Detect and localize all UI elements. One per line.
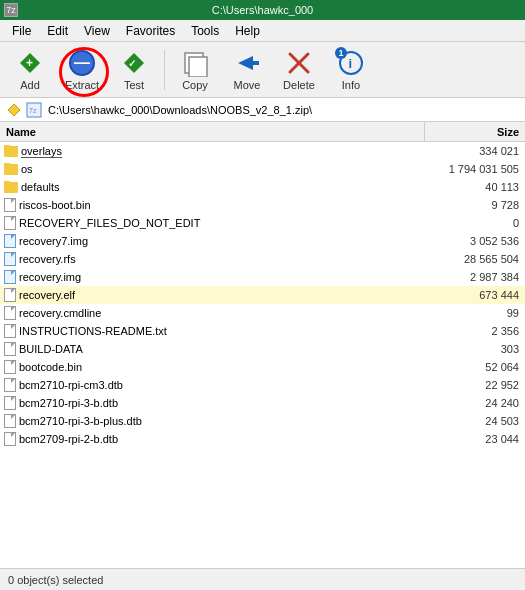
file-name-cell: INSTRUCTIONS-README.txt	[0, 324, 425, 338]
table-row[interactable]: bootcode.bin52 064	[0, 358, 525, 376]
toolbar-btn-info[interactable]: i 1Info	[327, 46, 375, 94]
file-name: riscos-boot.bin	[19, 199, 91, 211]
svg-rect-5	[189, 57, 207, 77]
column-name[interactable]: Name	[0, 122, 425, 141]
table-row[interactable]: overlays334 021	[0, 142, 525, 160]
address-bar: 7z C:\Users\hawkc_000\Downloads\NOOBS_v2…	[0, 98, 525, 122]
table-row[interactable]: recovery.rfs28 565 504	[0, 250, 525, 268]
file-name-cell: bcm2710-rpi-cm3.dtb	[0, 378, 425, 392]
file-icon	[4, 306, 16, 320]
info-label: Info	[342, 79, 360, 91]
menu-item-help[interactable]: Help	[227, 22, 268, 40]
info-badge: 1	[335, 47, 347, 59]
table-row[interactable]: os1 794 031 505	[0, 160, 525, 178]
file-name-cell: RECOVERY_FILES_DO_NOT_EDIT	[0, 216, 425, 230]
file-size: 24 240	[425, 397, 525, 409]
file-size: 0	[425, 217, 525, 229]
svg-text:+: +	[26, 56, 33, 70]
menu-item-file[interactable]: File	[4, 22, 39, 40]
status-bar: 0 object(s) selected	[0, 568, 525, 590]
file-name-cell: recovery.cmdline	[0, 306, 425, 320]
add-label: Add	[20, 79, 40, 91]
file-name-cell: recovery.img	[0, 270, 425, 284]
extract-icon: —	[68, 49, 96, 77]
info-icon: i 1	[337, 49, 365, 77]
file-name: RECOVERY_FILES_DO_NOT_EDIT	[19, 217, 200, 229]
menu-item-edit[interactable]: Edit	[39, 22, 76, 40]
table-row[interactable]: recovery7.img3 052 536	[0, 232, 525, 250]
copy-icon	[181, 49, 209, 77]
move-icon	[233, 49, 261, 77]
extract-label: Extract	[65, 79, 99, 91]
toolbar-btn-extract[interactable]: —Extract	[58, 46, 106, 94]
file-icon	[4, 288, 16, 302]
file-size: 40 113	[425, 181, 525, 193]
title-path: C:\Users\hawkc_000	[212, 4, 314, 16]
menu-item-view[interactable]: View	[76, 22, 118, 40]
file-name-cell: bcm2709-rpi-2-b.dtb	[0, 432, 425, 446]
file-name-cell: recovery7.img	[0, 234, 425, 248]
file-name: recovery.img	[19, 271, 81, 283]
svg-text:i: i	[349, 56, 353, 71]
svg-text:✓: ✓	[128, 58, 136, 69]
file-name-cell: riscos-boot.bin	[0, 198, 425, 212]
table-row[interactable]: riscos-boot.bin9 728	[0, 196, 525, 214]
file-name: recovery.cmdline	[19, 307, 101, 319]
file-name: bootcode.bin	[19, 361, 82, 373]
table-row[interactable]: bcm2709-rpi-2-b.dtb23 044	[0, 430, 525, 448]
file-size: 22 952	[425, 379, 525, 391]
toolbar-btn-copy[interactable]: Copy	[171, 46, 219, 94]
svg-marker-6	[238, 56, 259, 70]
file-size: 28 565 504	[425, 253, 525, 265]
img-file-icon	[4, 270, 16, 284]
file-list-header: Name Size	[0, 122, 525, 142]
img-file-icon	[4, 234, 16, 248]
table-row[interactable]: BUILD-DATA303	[0, 340, 525, 358]
table-row[interactable]: INSTRUCTIONS-README.txt2 356	[0, 322, 525, 340]
table-row[interactable]: bcm2710-rpi-cm3.dtb22 952	[0, 376, 525, 394]
toolbar-btn-delete[interactable]: Delete	[275, 46, 323, 94]
toolbar-btn-add[interactable]: + Add	[6, 46, 54, 94]
table-row[interactable]: recovery.cmdline99	[0, 304, 525, 322]
test-label: Test	[124, 79, 144, 91]
file-name: INSTRUCTIONS-README.txt	[19, 325, 167, 337]
file-name-cell: overlays	[0, 145, 425, 158]
status-text: 0 object(s) selected	[8, 574, 103, 586]
file-icon	[4, 342, 16, 356]
file-size: 9 728	[425, 199, 525, 211]
file-name: os	[21, 163, 33, 175]
svg-marker-11	[8, 104, 20, 116]
file-name-cell: bcm2710-rpi-3-b.dtb	[0, 396, 425, 410]
table-row[interactable]: RECOVERY_FILES_DO_NOT_EDIT0	[0, 214, 525, 232]
toolbar-btn-test[interactable]: ✓ Test	[110, 46, 158, 94]
menu-item-favorites[interactable]: Favorites	[118, 22, 183, 40]
img-file-icon	[4, 252, 16, 266]
column-size[interactable]: Size	[425, 122, 525, 141]
folder-icon	[4, 146, 18, 157]
file-name: bcm2709-rpi-2-b.dtb	[19, 433, 118, 445]
menu-item-tools[interactable]: Tools	[183, 22, 227, 40]
menu-bar: FileEditViewFavoritesToolsHelp	[0, 20, 525, 42]
file-size: 23 044	[425, 433, 525, 445]
copy-label: Copy	[182, 79, 208, 91]
file-size: 2 987 384	[425, 271, 525, 283]
file-name-cell: os	[0, 163, 425, 175]
file-name: overlays	[21, 145, 62, 158]
address-nav-icon	[6, 102, 22, 118]
folder-icon	[4, 182, 18, 193]
file-name: defaults	[21, 181, 60, 193]
table-row[interactable]: bcm2710-rpi-3-b.dtb24 240	[0, 394, 525, 412]
table-row[interactable]: recovery.elf673 444	[0, 286, 525, 304]
toolbar-btn-move[interactable]: Move	[223, 46, 271, 94]
file-name-cell: recovery.rfs	[0, 252, 425, 266]
file-icon	[4, 414, 16, 428]
table-row[interactable]: bcm2710-rpi-3-b-plus.dtb24 503	[0, 412, 525, 430]
file-name-cell: BUILD-DATA	[0, 342, 425, 356]
file-name-cell: bcm2710-rpi-3-b-plus.dtb	[0, 414, 425, 428]
file-name: recovery.rfs	[19, 253, 76, 265]
zip-icon: 7z	[26, 102, 42, 118]
delete-icon	[285, 49, 313, 77]
svg-text:7z: 7z	[29, 107, 37, 114]
table-row[interactable]: recovery.img2 987 384	[0, 268, 525, 286]
table-row[interactable]: defaults40 113	[0, 178, 525, 196]
